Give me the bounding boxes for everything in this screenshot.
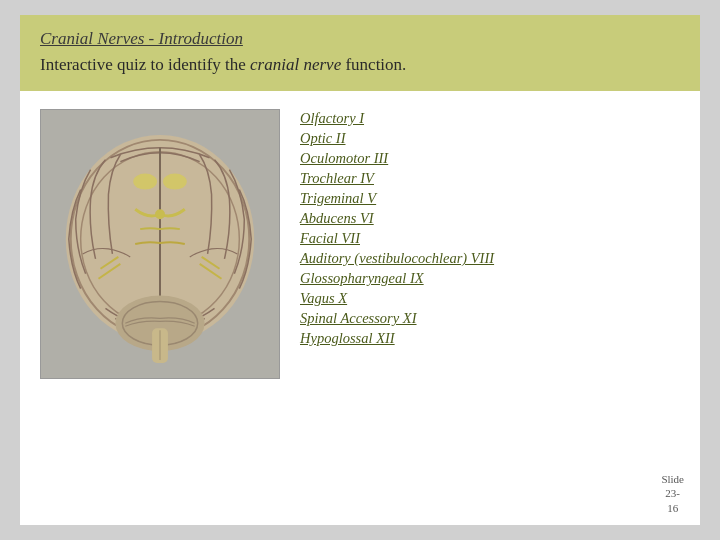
list-item: Abducens VI	[300, 209, 494, 227]
list-item: Glossopharyngeal IX	[300, 269, 494, 287]
nerve-link[interactable]: Facial VII	[300, 230, 360, 246]
nerve-link[interactable]: Vagus X	[300, 290, 347, 306]
list-item: Auditory (vestibulocochlear) VIII	[300, 249, 494, 267]
subtitle-italic: cranial nerve	[250, 55, 341, 74]
nerve-link[interactable]: Olfactory I	[300, 110, 364, 126]
nerve-list: Olfactory IOptic IIOculomotor IIITrochle…	[300, 109, 494, 347]
nerve-link[interactable]: Glossopharyngeal IX	[300, 270, 424, 286]
header-section: Cranial Nerves - Introduction Interactiv…	[20, 15, 700, 91]
svg-point-11	[155, 209, 165, 219]
nerve-list-container: Olfactory IOptic IIOculomotor IIITrochle…	[300, 109, 494, 349]
content-area: Olfactory IOptic IIOculomotor IIITrochle…	[20, 91, 700, 389]
list-item: Hypoglossal XII	[300, 329, 494, 347]
nerve-link[interactable]: Trochlear IV	[300, 170, 374, 186]
nerve-link[interactable]: Spinal Accessory XI	[300, 310, 417, 326]
brain-image	[40, 109, 280, 379]
nerve-link[interactable]: Oculomotor III	[300, 150, 388, 166]
subtitle-text-end: function.	[341, 55, 406, 74]
list-item: Trigeminal V	[300, 189, 494, 207]
nerve-link[interactable]: Trigeminal V	[300, 190, 376, 206]
list-item: Trochlear IV	[300, 169, 494, 187]
slide-number: Slide 23- 16	[661, 472, 684, 515]
list-item: Optic II	[300, 129, 494, 147]
list-item: Olfactory I	[300, 109, 494, 127]
slide-subtitle: Interactive quiz to identify the cranial…	[40, 55, 680, 75]
nerve-link[interactable]: Optic II	[300, 130, 346, 146]
nerve-link[interactable]: Hypoglossal XII	[300, 330, 395, 346]
slide-title: Cranial Nerves - Introduction	[40, 29, 680, 49]
svg-point-9	[133, 174, 157, 190]
nerve-link[interactable]: Auditory (vestibulocochlear) VIII	[300, 250, 494, 266]
list-item: Spinal Accessory XI	[300, 309, 494, 327]
svg-point-10	[163, 174, 187, 190]
list-item: Vagus X	[300, 289, 494, 307]
nerve-link[interactable]: Abducens VI	[300, 210, 374, 226]
subtitle-text-start: Interactive quiz to identify the	[40, 55, 250, 74]
list-item: Facial VII	[300, 229, 494, 247]
slide: Cranial Nerves - Introduction Interactiv…	[20, 15, 700, 525]
list-item: Oculomotor III	[300, 149, 494, 167]
